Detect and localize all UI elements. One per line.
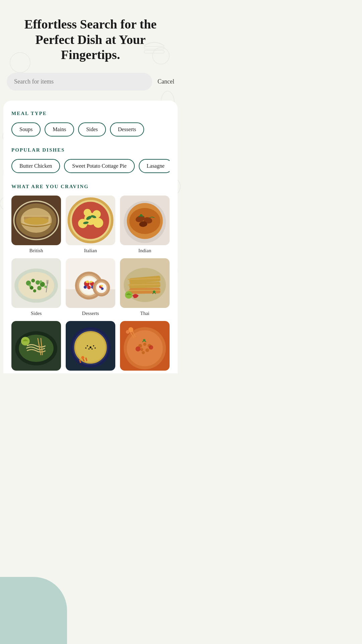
hero-title: Effortless Search for the Perfect Dish a…: [0, 0, 181, 73]
svg-point-59: [87, 285, 91, 289]
svg-point-108: [135, 346, 140, 352]
svg-point-105: [140, 348, 143, 351]
svg-point-103: [143, 343, 146, 346]
craving-item-row3-1[interactable]: [11, 321, 61, 373]
svg-point-49: [40, 280, 42, 282]
svg-point-110: [143, 339, 145, 341]
craving-item-row3-3[interactable]: [120, 321, 170, 373]
svg-point-68: [101, 287, 103, 290]
cancel-button[interactable]: Cancel: [158, 78, 174, 85]
craving-item-row3-2[interactable]: [66, 321, 115, 373]
popular-dishes-chips: Butter Chicken Sweet Potato Cottage Pie …: [11, 159, 170, 173]
meal-type-section: MEAL TYPE Soups Mains Sides Desserts: [11, 111, 170, 137]
svg-point-47: [33, 289, 36, 292]
svg-point-78: [125, 291, 132, 299]
search-bar-row: Cancel: [0, 73, 181, 91]
svg-point-24: [84, 209, 91, 216]
svg-point-23: [93, 218, 103, 228]
search-input-wrap[interactable]: [7, 73, 152, 91]
svg-line-76: [128, 284, 160, 285]
svg-point-69: [101, 285, 103, 287]
craving-section: WHAT ARE YOU CRAVING: [11, 184, 170, 373]
svg-point-46: [37, 286, 42, 290]
svg-line-77: [128, 290, 160, 290]
meal-type-label: MEAL TYPE: [11, 111, 170, 116]
svg-point-43: [36, 280, 40, 284]
chip-butter-chicken[interactable]: Butter Chicken: [11, 159, 60, 173]
craving-item-thai[interactable]: Thai: [120, 258, 170, 316]
svg-point-107: [142, 351, 145, 354]
svg-point-106: [145, 348, 149, 352]
craving-label-sides: Sides: [31, 311, 42, 316]
svg-point-92: [93, 345, 94, 346]
chip-soups[interactable]: Soups: [11, 122, 41, 137]
search-input[interactable]: [14, 78, 145, 85]
svg-point-98: [81, 356, 84, 359]
chip-sides[interactable]: Sides: [78, 122, 106, 137]
craving-label-thai: Thai: [140, 311, 149, 316]
craving-item-indian[interactable]: Indian: [120, 196, 170, 254]
craving-item-desserts[interactable]: Desserts: [66, 258, 115, 316]
popular-dishes-label: POPULAR DISHES: [11, 147, 170, 153]
craving-item-british[interactable]: British: [11, 196, 61, 254]
chip-sweet-potato-cottage-pie[interactable]: Sweet Potato Cottage Pie: [64, 159, 134, 173]
meal-type-chips: Soups Mains Sides Desserts: [11, 122, 170, 137]
svg-point-90: [89, 346, 92, 348]
svg-point-63: [89, 281, 93, 283]
svg-point-79: [153, 290, 155, 293]
craving-grid: British: [11, 196, 170, 373]
craving-item-italian[interactable]: Italian: [66, 196, 115, 254]
svg-point-96: [95, 347, 96, 348]
svg-point-62: [85, 280, 89, 283]
svg-point-93: [88, 348, 90, 350]
chip-lasagne[interactable]: Lasagne: [139, 159, 170, 173]
svg-point-109: [149, 345, 153, 350]
craving-label-desserts: Desserts: [82, 311, 99, 316]
svg-point-40: [18, 272, 54, 299]
craving-item-sides[interactable]: Sides: [11, 258, 61, 316]
svg-point-37: [140, 214, 142, 216]
popular-dishes-section: POPULAR DISHES Butter Chicken Sweet Pota…: [11, 147, 170, 173]
svg-point-42: [31, 279, 35, 282]
craving-label: WHAT ARE YOU CRAVING: [11, 184, 170, 190]
craving-label-british: British: [29, 248, 43, 254]
svg-point-60: [84, 285, 87, 288]
main-card: MEAL TYPE Soups Mains Sides Desserts POP…: [3, 101, 178, 373]
svg-point-50: [44, 285, 47, 288]
svg-point-95: [85, 347, 86, 348]
svg-point-48: [29, 284, 31, 286]
chip-mains[interactable]: Mains: [45, 122, 74, 137]
svg-point-91: [87, 345, 88, 346]
craving-label-italian: Italian: [84, 248, 97, 254]
svg-point-112: [126, 330, 130, 334]
svg-point-94: [92, 348, 93, 350]
chip-desserts[interactable]: Desserts: [110, 122, 144, 137]
svg-point-16: [24, 217, 49, 225]
craving-label-indian: Indian: [138, 248, 151, 254]
